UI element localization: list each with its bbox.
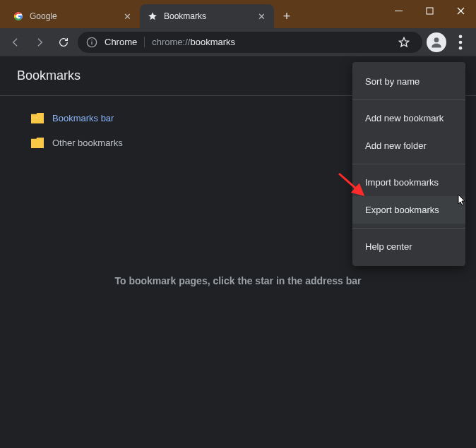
svg-rect-6 [91, 41, 92, 44]
tab-google[interactable]: Google ✕ [6, 4, 140, 28]
folder-icon [31, 138, 44, 148]
tab-title: Google [30, 11, 116, 21]
bookmarks-overflow-menu: Sort by name Add new bookmark Add new fo… [352, 62, 465, 266]
folder-label: Bookmarks bar [52, 113, 114, 123]
svg-point-9 [459, 35, 463, 38]
svg-rect-7 [91, 40, 92, 40]
menu-help-center[interactable]: Help center [352, 233, 465, 260]
address-bar[interactable]: Chrome chrome://bookmarks [78, 32, 422, 53]
tab-strip: Google ✕ Bookmarks ✕ + [0, 0, 299, 28]
folder-icon [31, 113, 44, 123]
menu-export-bookmarks[interactable]: Export bookmarks [352, 196, 465, 224]
menu-separator [352, 164, 465, 164]
menu-import-bookmarks[interactable]: Import bookmarks [352, 169, 465, 196]
back-button[interactable] [6, 32, 25, 52]
toolbar: Chrome chrome://bookmarks [0, 28, 476, 56]
menu-separator [352, 228, 465, 229]
menu-sort-by-name[interactable]: Sort by name [352, 68, 465, 95]
menu-separator [352, 99, 465, 100]
svg-rect-1 [395, 11, 403, 11]
chrome-menu-button[interactable] [451, 32, 470, 52]
svg-point-8 [434, 37, 439, 42]
window-controls [383, 0, 476, 28]
tab-title: Bookmarks [164, 11, 250, 21]
star-icon [147, 11, 158, 22]
new-tab-button[interactable]: + [277, 6, 297, 26]
reload-button[interactable] [54, 32, 73, 52]
google-favicon [13, 11, 24, 22]
profile-button[interactable] [427, 32, 446, 52]
titlebar: Google ✕ Bookmarks ✕ + [0, 0, 476, 28]
url-scheme-label: Chrome [105, 37, 145, 47]
menu-add-folder[interactable]: Add new folder [352, 132, 465, 159]
svg-point-11 [459, 46, 463, 49]
menu-add-bookmark[interactable]: Add new bookmark [352, 104, 465, 132]
page-title: Bookmarks [17, 68, 81, 83]
close-icon[interactable]: ✕ [256, 11, 267, 22]
tab-bookmarks[interactable]: Bookmarks ✕ [140, 4, 274, 28]
empty-hint: To bookmark pages, click the star in the… [0, 275, 476, 286]
minimize-button[interactable] [383, 0, 414, 21]
svg-rect-2 [427, 8, 433, 14]
svg-point-10 [459, 40, 463, 44]
maximize-button[interactable] [414, 0, 445, 21]
forward-button[interactable] [30, 32, 49, 52]
url-text: chrome://bookmarks [152, 37, 235, 47]
bookmark-star-button[interactable] [394, 32, 414, 52]
close-window-button[interactable] [445, 0, 476, 21]
folder-label: Other bookmarks [52, 138, 123, 148]
site-info-icon[interactable] [86, 37, 97, 48]
close-icon[interactable]: ✕ [121, 11, 133, 22]
